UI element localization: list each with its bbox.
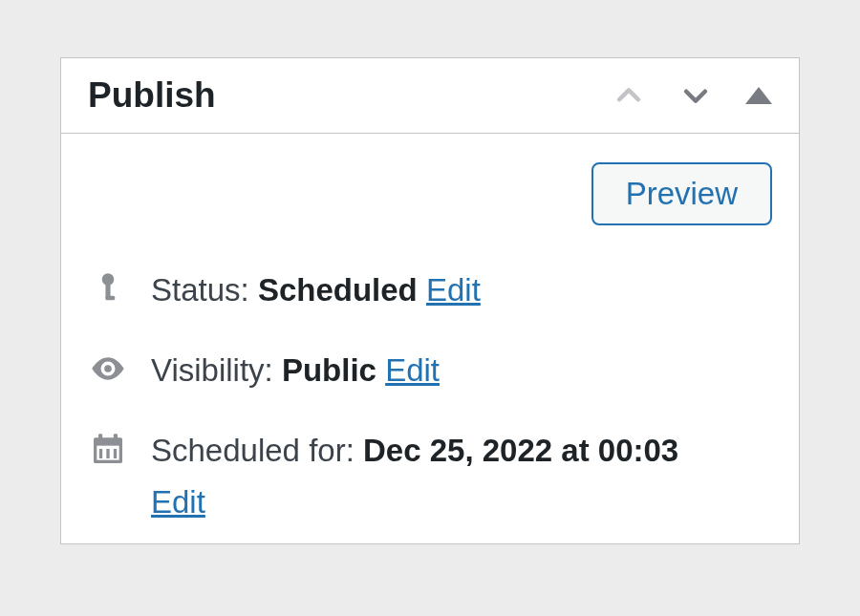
publish-panel-body: Preview Status: Scheduled Edit Visibilit… (61, 134, 799, 543)
panel-title: Publish (88, 75, 216, 116)
scheduled-edit-link[interactable]: Edit (151, 479, 772, 525)
status-edit-link[interactable]: Edit (426, 272, 481, 308)
svg-rect-9 (98, 434, 102, 440)
scheduled-text: Scheduled for: Dec 25, 2022 at 00:03 Edi… (151, 428, 772, 525)
svg-point-0 (102, 273, 115, 286)
chevron-down-icon[interactable] (678, 78, 713, 113)
visibility-text: Visibility: Public Edit (151, 348, 772, 393)
scheduled-value: Dec 25, 2022 at 00:03 (363, 433, 678, 468)
status-row: Status: Scheduled Edit (88, 267, 772, 313)
preview-row: Preview (88, 162, 772, 225)
svg-rect-6 (99, 449, 102, 458)
publish-panel-header: Publish (61, 58, 799, 134)
svg-rect-8 (114, 449, 117, 458)
calendar-icon (88, 430, 128, 468)
svg-rect-7 (106, 449, 109, 458)
status-value: Scheduled (258, 272, 418, 308)
key-icon (88, 269, 128, 304)
visibility-label: Visibility: (151, 352, 273, 388)
svg-rect-2 (105, 296, 115, 301)
publish-panel: Publish Preview Status: Scheduled (60, 57, 800, 544)
panel-header-controls (612, 78, 772, 113)
visibility-edit-link[interactable]: Edit (385, 352, 440, 388)
status-text: Status: Scheduled Edit (151, 267, 772, 313)
preview-button[interactable]: Preview (591, 162, 772, 225)
triangle-up-icon[interactable] (745, 87, 772, 104)
visibility-row: Visibility: Public Edit (88, 348, 772, 393)
scheduled-label: Scheduled for: (151, 433, 355, 468)
svg-point-3 (104, 365, 112, 372)
visibility-value: Public (282, 352, 376, 388)
status-label: Status: (151, 272, 249, 308)
chevron-up-light-icon[interactable] (612, 78, 646, 113)
svg-rect-10 (114, 434, 118, 440)
scheduled-row: Scheduled for: Dec 25, 2022 at 00:03 Edi… (88, 428, 772, 525)
eye-icon (88, 350, 128, 388)
